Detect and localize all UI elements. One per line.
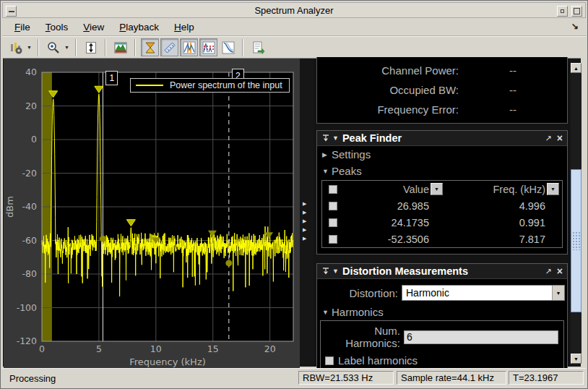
channel-measurements-panel: Channel Power: -- Occupied BW: -- Freque… [316,57,568,124]
fit-to-view-icon [84,40,98,55]
close-panel-icon[interactable]: × [557,133,563,143]
ccdf-measurements-button[interactable] [219,38,237,56]
generate-script-icon [251,40,265,55]
menu-playback[interactable]: Playback [113,20,165,35]
undock-panel-icon[interactable]: ↗ [545,267,552,276]
plot-legend: Power spectrum of the input [130,78,290,93]
peaks-section-toggle[interactable]: ▼ Peaks [317,163,567,179]
menu-help[interactable]: Help [168,20,201,35]
maximize-icon [574,8,580,14]
num-harmonics-input[interactable] [404,330,558,344]
collapse-panel-icon[interactable]: ▼ [332,134,339,142]
peak-finder-icon [182,40,196,55]
signal-statistics-button[interactable] [160,38,178,56]
menu-overflow-arrow-icon[interactable]: ↘ [571,21,579,31]
value-sort-button[interactable]: ▼ [431,183,443,195]
distortion-measurements-button[interactable] [199,38,217,56]
section-expanded-icon: ▼ [322,309,332,316]
spectrum-display-button[interactable] [111,38,129,56]
expander-arrow-icon: ▶ [303,226,306,234]
svg-text:-40: -40 [22,201,37,212]
panel-scrollbar[interactable]: ▲ ▼ [571,63,581,364]
spectrum-settings-dropdown-icon[interactable]: ▼ [25,45,33,50]
peak-row: 24.1735 0.991 [322,214,562,231]
content-area: 40200-20-40-60-80-100-12005101520dBmFreq… [3,58,581,367]
expander-arrow-icon: ▶ [303,217,306,226]
sample-rate-indicator: Sample rate=44.1 kHz [397,371,506,385]
svg-text:40: 40 [25,67,37,77]
menu-file[interactable]: File [8,20,37,35]
status-text: Processing [9,373,56,384]
label-harmonics-row: Label harmonics [321,354,563,367]
peak-row-checkbox[interactable] [329,235,337,244]
zoom-dropdown-icon[interactable]: ▼ [63,45,71,50]
zoom-button[interactable] [44,38,62,56]
svg-text:Frequency (kHz): Frequency (kHz) [129,356,206,367]
spectrum-settings-icon [9,40,23,55]
cursor-measurements-icon [143,40,157,55]
peak-row-checkbox[interactable] [329,202,337,210]
spectrum-figure: 40200-20-40-60-80-100-12005101520dBmFreq… [4,59,300,368]
peak-value: 26.985 [344,200,429,212]
zoom-in-icon [46,40,61,55]
scrollbar-grip [572,231,581,250]
minimize-button[interactable] [557,6,568,17]
status-bar: Processing RBW=21.533 Hz Sample rate=44.… [2,368,586,387]
select-all-checkbox[interactable] [329,185,337,194]
legend-label: Power spectrum of the input [170,80,282,90]
harmonics-section-toggle[interactable]: ▼ Harmonics [317,304,567,320]
harmonics-box: Num. Harmonics: Label harmonics # Freq. … [320,320,564,369]
channel-power-label: Channel Power: [317,64,459,77]
peak-finder-button[interactable] [180,38,198,56]
maximize-button[interactable] [571,6,582,17]
measurement-panels: Channel Power: -- Occupied BW: -- Freque… [314,59,570,367]
num-harmonics-label: Num. Harmonics: [321,325,400,349]
settings-section-toggle[interactable]: ▶ Settings [317,146,567,163]
frequency-error-label: Frequency Error: [317,103,459,116]
distortion-type-select[interactable]: Harmonic ▼ [402,285,565,301]
combo-dropdown-icon[interactable]: ▼ [552,286,564,300]
generate-script-button[interactable] [248,38,267,56]
distortion-type-row: Distortion: Harmonic ▼ [317,285,567,301]
expander-arrow-icon: ▶ [303,208,306,217]
cursor-measurements-button[interactable] [141,38,159,56]
peak-row: -52.3506 7.817 [322,231,562,247]
pin-icon[interactable] [321,267,330,275]
window-menu-button[interactable] [6,6,17,17]
legend-line-sample [136,85,163,86]
label-harmonics-checkbox[interactable] [325,356,334,365]
cursor-1-flag[interactable]: 1 [105,71,118,85]
svg-text:10: 10 [150,343,162,354]
toolbar-separator [242,39,243,56]
toolbar: ▼ ▼ [2,36,586,58]
channel-power-value: -- [459,64,567,77]
svg-text:-100: -100 [17,302,37,313]
toolbar-separator [105,39,106,56]
scroll-down-button[interactable]: ▼ [571,354,581,364]
menu-view[interactable]: View [77,20,111,35]
peak-finder-title: Peak Finder [342,132,402,144]
menu-tools[interactable]: Tools [39,20,75,35]
collapse-panel-icon[interactable]: ▼ [332,268,339,275]
distortion-header: ▼ Distortion Measurements ↗ × [317,264,567,279]
occupied-bw-value: -- [459,84,567,96]
spectrum-settings-button[interactable] [7,38,25,56]
spectrum-analyzer-window: Spectrum Analyzer File Tools View Playba… [0,0,588,389]
close-panel-icon[interactable]: × [557,266,563,276]
scrollbar-thumb[interactable] [571,169,581,312]
peak-row-checkbox[interactable] [329,218,337,227]
panel-expander[interactable]: ▶ ▶ ▶ ▶ ▶ [303,200,306,243]
svg-text:20: 20 [25,101,37,111]
peak-freq: 7.817 [443,234,545,245]
scroll-up-button[interactable]: ▲ [571,63,581,73]
pin-icon[interactable] [321,134,330,142]
undock-panel-icon[interactable]: ↗ [545,134,552,143]
settings-section-label: Settings [332,148,371,161]
freq-sort-button[interactable]: ▼ [547,183,559,195]
frequency-error-value: -- [459,103,567,116]
fit-to-view-button[interactable] [82,38,100,56]
distortion-type-label: Distortion: [317,287,398,299]
ruler-icon [163,40,177,55]
spectrum-plot: 40200-20-40-60-80-100-12005101520dBmFreq… [4,59,300,368]
svg-text:dBm: dBm [4,196,15,218]
